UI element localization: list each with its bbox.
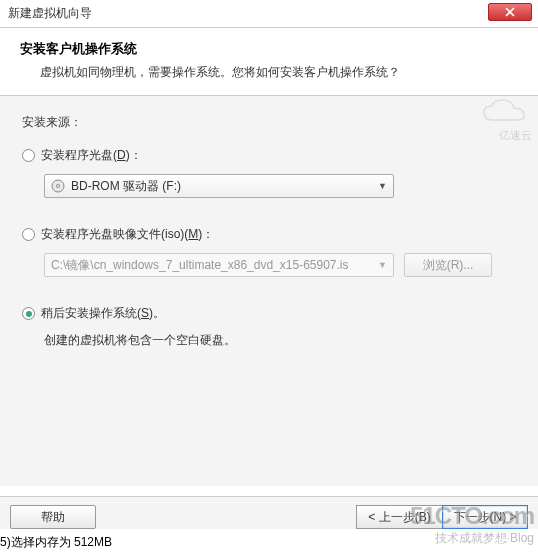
watermark-cloud-text: 亿速云 (499, 128, 532, 143)
close-button[interactable] (488, 3, 532, 21)
radio-checked-icon (22, 307, 35, 320)
radio-icon (22, 228, 35, 241)
iso-row: C:\镜像\cn_windows_7_ultimate_x86_dvd_x15-… (44, 253, 516, 277)
iso-path-text: C:\镜像\cn_windows_7_ultimate_x86_dvd_x15-… (51, 257, 378, 274)
blank-disk-hint: 创建的虚拟机将包含一个空白硬盘。 (44, 332, 516, 349)
help-button[interactable]: 帮助 (10, 505, 96, 529)
option-install-later[interactable]: 稍后安装操作系统(S)。 (22, 305, 516, 322)
svg-point-1 (57, 185, 60, 188)
close-icon (505, 7, 515, 17)
option-iso-file[interactable]: 安装程序光盘映像文件(iso)(M)： (22, 226, 516, 243)
header-title: 安装客户机操作系统 (20, 40, 518, 58)
window-title: 新建虚拟机向导 (8, 5, 92, 22)
next-button[interactable]: 下一步(N) > (442, 505, 528, 529)
watermark-cloud-icon (480, 98, 528, 128)
wizard-content: 安装来源： 安装程序光盘(D)： BD-ROM 驱动器 (F:) ▼ 安装程序光… (0, 96, 538, 486)
radio-icon (22, 149, 35, 162)
nav-buttons: < 上一步(B) 下一步(N) > (356, 505, 528, 529)
wizard-header: 安装客户机操作系统 虚拟机如同物理机，需要操作系统。您将如何安装客户机操作系统？ (0, 28, 538, 96)
wizard-footer: 帮助 < 上一步(B) 下一步(N) > (0, 496, 538, 529)
step-caption: 5)选择内存为 512MB (0, 534, 112, 551)
browse-button[interactable]: 浏览(R)... (404, 253, 492, 277)
option-later-label: 稍后安装操作系统(S)。 (41, 305, 165, 322)
back-button[interactable]: < 上一步(B) (356, 505, 442, 529)
header-subtitle: 虚拟机如同物理机，需要操作系统。您将如何安装客户机操作系统？ (20, 64, 518, 81)
chevron-down-icon: ▼ (378, 181, 387, 191)
iso-path-combobox[interactable]: C:\镜像\cn_windows_7_ultimate_x86_dvd_x15-… (44, 253, 394, 277)
disc-icon (51, 179, 65, 193)
option-disc-label: 安装程序光盘(D)： (41, 147, 142, 164)
disc-drive-combobox[interactable]: BD-ROM 驱动器 (F:) ▼ (44, 174, 394, 198)
option-iso-label: 安装程序光盘映像文件(iso)(M)： (41, 226, 214, 243)
source-label: 安装来源： (22, 114, 516, 131)
titlebar: 新建虚拟机向导 (0, 0, 538, 28)
disc-combo-text: BD-ROM 驱动器 (F:) (71, 178, 378, 195)
chevron-down-icon: ▼ (378, 260, 387, 270)
watermark-sub: 技术成就梦想·Blog (410, 530, 534, 547)
option-installer-disc[interactable]: 安装程序光盘(D)： (22, 147, 516, 164)
